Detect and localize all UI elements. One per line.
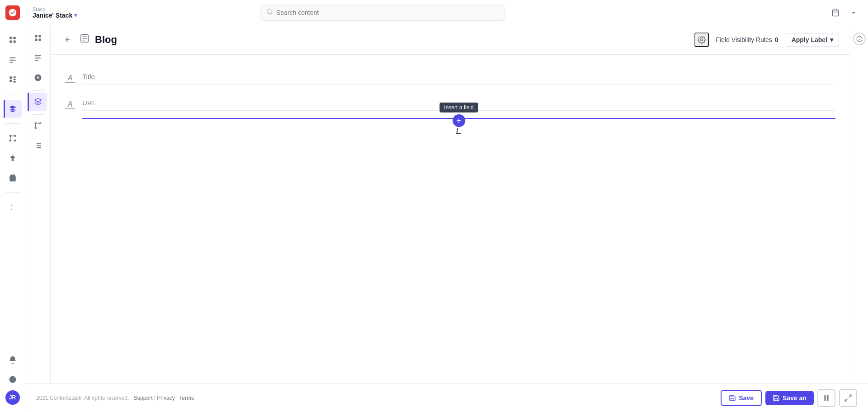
svg-point-23: [267, 9, 271, 14]
right-panel: [850, 25, 868, 383]
footer-text: 2021 Contentstack. All rights reserved. …: [36, 395, 194, 401]
bottom-bar: 2021 Contentstack. All rights reserved. …: [25, 383, 868, 412]
svg-point-15: [9, 140, 11, 142]
svg-rect-7: [9, 62, 13, 63]
title-field-label: Title: [82, 73, 835, 84]
sec-sidebar-dashboard[interactable]: [29, 29, 47, 47]
svg-point-22: [12, 381, 13, 382]
save-button[interactable]: Save: [721, 390, 762, 406]
insert-field-plus-button[interactable]: +: [453, 114, 465, 127]
svg-rect-2: [9, 41, 12, 43]
stack-label: Stack: [33, 6, 96, 12]
page-header: Blog Field Visibility Rules 0 Apply Labe…: [51, 25, 850, 55]
svg-rect-1: [13, 37, 15, 39]
svg-rect-34: [35, 59, 41, 60]
save-label: Save: [739, 394, 754, 402]
form-area: A Title A URL Insert a field +: [51, 55, 850, 130]
sec-sidebar-divider2: [31, 114, 45, 115]
info-button[interactable]: [853, 33, 866, 45]
topbar-actions: [828, 5, 861, 20]
support-link[interactable]: Support: [133, 395, 152, 401]
sidebar-item-dashboard[interactable]: [4, 31, 22, 49]
field-visibility-rules[interactable]: Field Visibility Rules 0: [716, 36, 778, 43]
visibility-count: 0: [775, 36, 778, 43]
svg-rect-6: [9, 61, 16, 61]
sec-sidebar-fieldmanager[interactable]: [29, 136, 47, 154]
svg-rect-35: [35, 60, 38, 61]
back-button[interactable]: [61, 33, 74, 46]
stack-selector[interactable]: Janice' Stack ▾: [33, 12, 96, 19]
app-logo[interactable]: [5, 5, 20, 20]
sec-sidebar-add[interactable]: [29, 69, 47, 87]
svg-rect-8: [9, 76, 12, 79]
sidebar-item-marketplace[interactable]: [4, 169, 22, 187]
page-type-icon: [80, 33, 90, 46]
content-area: Blog Field Visibility Rules 0 Apply Labe…: [25, 25, 868, 383]
svg-rect-24: [832, 10, 839, 16]
svg-rect-12: [13, 81, 15, 83]
svg-rect-29: [38, 35, 41, 37]
bottom-actions: Save Save an: [721, 389, 857, 407]
insert-field-area: Insert a field +: [82, 118, 835, 119]
stack-name: Janice' Stack: [33, 12, 72, 19]
svg-rect-9: [13, 76, 15, 78]
logo-area[interactable]: [0, 0, 25, 25]
svg-rect-0: [9, 37, 12, 39]
url-field-type-icon: A: [65, 100, 75, 109]
cursor-indicator: [456, 128, 462, 134]
save-and-label: Save an: [783, 394, 807, 402]
sidebar-item-connections[interactable]: [4, 129, 22, 147]
settings-button[interactable]: [694, 33, 709, 47]
terms-link[interactable]: Terms: [179, 395, 194, 401]
search-input[interactable]: [276, 9, 499, 16]
dropdown-button[interactable]: [846, 5, 861, 20]
visibility-rules-label: Field Visibility Rules: [716, 36, 772, 43]
stack-info: Stack Janice' Stack ▾: [33, 6, 96, 19]
sidebar-divider-1: [5, 94, 20, 94]
sidebar-item-deploy[interactable]: [4, 149, 22, 167]
privacy-link[interactable]: Privacy: [157, 395, 175, 401]
svg-rect-4: [9, 57, 16, 58]
pause-button[interactable]: [817, 389, 835, 407]
sidebar-divider-3: [5, 192, 20, 193]
save-and-button[interactable]: Save an: [765, 391, 814, 405]
svg-point-13: [9, 135, 11, 137]
page-title: Blog: [95, 34, 117, 46]
sidebar-item-widgets[interactable]: [4, 70, 22, 89]
sidebar-item-list[interactable]: [4, 51, 22, 69]
svg-point-16: [14, 140, 16, 142]
svg-rect-3: [13, 41, 15, 43]
sidebar-divider-2: [5, 123, 20, 124]
svg-rect-28: [35, 35, 37, 37]
apply-label-chevron-icon: ▾: [830, 36, 833, 43]
apply-label-button[interactable]: Apply Label ▾: [786, 33, 839, 47]
expand-button[interactable]: [839, 389, 857, 407]
sec-sidebar-layers[interactable]: [28, 93, 47, 111]
svg-rect-10: [13, 79, 15, 80]
sec-sidebar-list[interactable]: [29, 49, 47, 67]
svg-rect-59: [827, 395, 829, 401]
sec-sidebar-connections[interactable]: [29, 117, 47, 135]
user-avatar[interactable]: JR: [5, 390, 20, 405]
apply-label-text: Apply Label: [792, 36, 827, 43]
svg-rect-30: [35, 39, 37, 41]
calendar-button[interactable]: [828, 5, 843, 20]
svg-rect-58: [825, 395, 826, 401]
svg-rect-5: [9, 59, 14, 60]
svg-rect-32: [35, 55, 41, 56]
svg-rect-11: [9, 80, 12, 82]
sidebar-item-layers[interactable]: [4, 100, 22, 118]
sidebar-item-notifications[interactable]: [4, 351, 22, 369]
sidebar-item-fieldmanager[interactable]: [4, 198, 22, 216]
svg-rect-31: [38, 39, 41, 41]
sidebar-item-help[interactable]: [4, 370, 22, 389]
sidebar-bottom: JR: [4, 351, 22, 412]
title-field-type-icon: A: [65, 74, 75, 83]
page-header-right: Field Visibility Rules 0 Apply Label ▾: [694, 33, 839, 47]
copyright: 2021 Contentstack. All rights reserved.: [36, 395, 129, 401]
insert-field-control[interactable]: Insert a field +: [439, 103, 478, 134]
search-icon: [266, 9, 273, 16]
search-bar[interactable]: [260, 5, 505, 21]
insert-field-tooltip: Insert a field: [439, 103, 478, 112]
title-field-row: A Title: [65, 66, 835, 92]
